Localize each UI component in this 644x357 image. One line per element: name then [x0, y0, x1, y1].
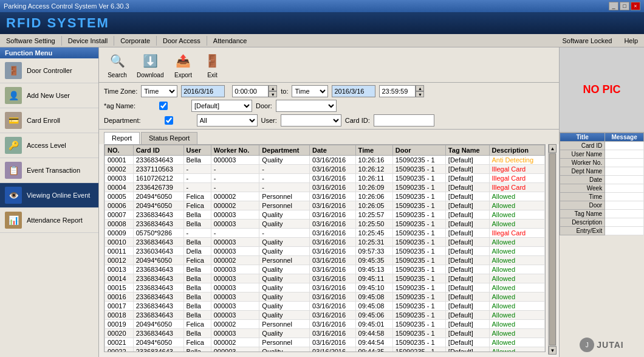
table-header-row: NO. Card ID User Worker No. Department D… — [105, 145, 545, 156]
export-button[interactable]: 📤 Export — [170, 50, 196, 80]
table-row[interactable]: 000162336834643Bella000003Quality03/16/2… — [105, 293, 545, 302]
tagname-checkbox[interactable] — [139, 102, 188, 110]
table-row[interactable]: 0000620494*6050Felica000002Personnel03/1… — [105, 201, 545, 210]
cell-3: 000003 — [211, 210, 259, 220]
cell-2: Felica — [183, 338, 211, 347]
cell-1: 2336834643 — [133, 210, 183, 220]
scroll-thumb[interactable] — [549, 153, 556, 345]
time-to-down[interactable]: ▼ — [416, 91, 424, 97]
table-row[interactable]: 0000520494*6050Felica000002Personnel03/1… — [105, 192, 545, 201]
sidebar-item-attendance-report[interactable]: 📊 Attendance Report — [0, 208, 98, 233]
cell-0: 00001 — [105, 156, 134, 165]
table-row[interactable]: 000152336834643Bella000003Quality03/16/2… — [105, 283, 545, 293]
scroll-down-button[interactable]: ▼ — [549, 346, 557, 355]
tagname-label: *ag Name: — [104, 102, 135, 109]
time-to-input[interactable] — [379, 85, 416, 97]
tab-status-report[interactable]: Status Report — [141, 132, 197, 144]
table-row[interactable]: 0001220494*6050Felica000002Personnel03/1… — [105, 256, 545, 265]
date-to-input[interactable] — [332, 85, 375, 97]
table-row[interactable]: 000132336834643Bella000003Quality03/16/2… — [105, 265, 545, 274]
table-row[interactable]: 000022337110563---03/16/201610:26:121509… — [105, 165, 545, 174]
table-row[interactable]: 000102336834643Bella000003Quality03/16/2… — [105, 238, 545, 247]
cell-1: 2336834643 — [133, 265, 183, 274]
info-row-value — [605, 218, 644, 227]
timezone-select[interactable]: Time — [141, 85, 177, 97]
sidebar-item-event-transaction[interactable]: 📋 Event Transaction — [0, 158, 98, 183]
table-row[interactable]: 000222336834643Bella000003Quality03/16/2… — [105, 347, 545, 353]
cell-0: 00005 — [105, 192, 134, 201]
close-button[interactable]: × — [631, 2, 640, 10]
cell-1: 2336426739 — [133, 183, 183, 192]
cell-4: Personnel — [259, 192, 310, 201]
cell-1: 20494*6050 — [133, 192, 183, 201]
minimize-button[interactable]: _ — [609, 2, 618, 10]
sidebar-item-access-level[interactable]: 🔑 Access Level — [0, 133, 98, 158]
time-to-spinner: ▲ ▼ — [379, 85, 424, 97]
sidebar-item-viewing-online[interactable]: 👁️ Viewing Online Event — [0, 183, 98, 208]
info-row-label: Date — [560, 176, 605, 184]
dept-select[interactable]: All — [197, 114, 258, 127]
cell-8: [Default] — [445, 210, 489, 220]
cell-7: 15090235 - 1 — [392, 274, 445, 283]
menu-software-locked[interactable]: Software Locked — [556, 36, 618, 46]
cell-5: 03/16/2016 — [310, 265, 356, 274]
cell-1: 2336034643 — [133, 247, 183, 256]
table-row[interactable]: 000031610726212---03/16/201610:26:111509… — [105, 174, 545, 183]
menu-software-setting[interactable]: Software Setting — [0, 36, 61, 46]
cell-7: 15090235 - 1 — [392, 201, 445, 210]
door-controller-icon: 🚪 — [5, 62, 22, 79]
maximize-button[interactable]: □ — [620, 2, 629, 10]
cell-desc: Allowed — [489, 210, 544, 220]
cell-2: - — [183, 174, 211, 183]
scroll-up-button[interactable]: ▲ — [549, 144, 557, 153]
table-row[interactable]: 0001920494*6050Felica000002Personnel03/1… — [105, 320, 545, 329]
window-controls[interactable]: _ □ × — [609, 2, 640, 10]
table-row[interactable]: 0000905750*9286---03/16/201610:25:451509… — [105, 229, 545, 238]
menu-corporate[interactable]: Corporate — [114, 36, 156, 46]
table-row[interactable]: 000142336834643Bella000003Quality03/16/2… — [105, 274, 545, 283]
table-row[interactable]: 000202336834643Bella000003Quality03/16/2… — [105, 329, 545, 338]
menu-device-install[interactable]: Device Install — [62, 36, 114, 46]
table-row[interactable]: 000042336426739---03/16/201610:26:091509… — [105, 183, 545, 192]
sidebar-item-door-controller[interactable]: 🚪 Door Controller — [0, 58, 98, 83]
exit-button[interactable]: 🚪 Exit — [199, 50, 225, 80]
table-row[interactable]: 000012336834643Bella000003Quality03/16/2… — [105, 156, 545, 165]
table-row[interactable]: 000082336834643Bella000003Quality03/16/2… — [105, 220, 545, 229]
cell-5: 03/16/2016 — [310, 274, 356, 283]
table-row[interactable]: 0002120494*6050Felica000002Personnel03/1… — [105, 338, 545, 347]
menu-attendance[interactable]: Attendance — [207, 36, 253, 46]
table-row[interactable]: 000112336034643Della000003Quality03/16/2… — [105, 247, 545, 256]
time-to-up[interactable]: ▲ — [416, 85, 424, 91]
timezone-to-select[interactable]: Time — [292, 85, 328, 97]
date-from-input[interactable] — [181, 85, 225, 97]
cell-1: 20494*6050 — [133, 201, 183, 210]
search-button[interactable]: 🔍 Search — [104, 50, 131, 80]
table-row[interactable]: 000172336834643Bella000003Quality03/16/2… — [105, 302, 545, 311]
no-pic-display: NO PIC — [560, 47, 644, 133]
info-row: Week — [560, 184, 644, 193]
col-cardid: Card ID — [133, 145, 183, 156]
door-select[interactable] — [276, 100, 337, 112]
cell-3: 000003 — [211, 311, 259, 320]
filter-bar: Time Zone: Time ▲ ▼ to: Time — [99, 83, 559, 130]
time-from-input[interactable] — [232, 85, 269, 97]
table-scrollbar[interactable]: ▲ ▼ — [548, 144, 557, 355]
sidebar-item-add-new-user[interactable]: 👤 Add New User — [0, 83, 98, 108]
sidebar-item-card-enroll[interactable]: 💳 Card Enroll — [0, 108, 98, 133]
menu-door-access[interactable]: Door Access — [157, 36, 207, 46]
time-from-up[interactable]: ▲ — [269, 85, 277, 91]
table-row[interactable]: 000072336834643Bella000003Quality03/16/2… — [105, 210, 545, 220]
cardid-input[interactable] — [374, 114, 434, 127]
time-to-spin-buttons[interactable]: ▲ ▼ — [416, 85, 424, 97]
user-select[interactable] — [281, 114, 341, 127]
tagname-select[interactable]: [Default] — [191, 100, 252, 112]
cell-3: 000003 — [211, 156, 259, 165]
cell-8: [Default] — [445, 320, 489, 329]
dept-checkbox[interactable] — [145, 116, 193, 125]
time-from-spin-buttons[interactable]: ▲ ▼ — [269, 85, 277, 97]
time-from-down[interactable]: ▼ — [269, 91, 277, 97]
table-row[interactable]: 000182336834643Bella000003Quality03/16/2… — [105, 311, 545, 320]
menu-help[interactable]: Help — [618, 36, 644, 46]
download-button[interactable]: ⬇️ Download — [133, 50, 167, 80]
tab-report[interactable]: Report — [104, 132, 140, 144]
